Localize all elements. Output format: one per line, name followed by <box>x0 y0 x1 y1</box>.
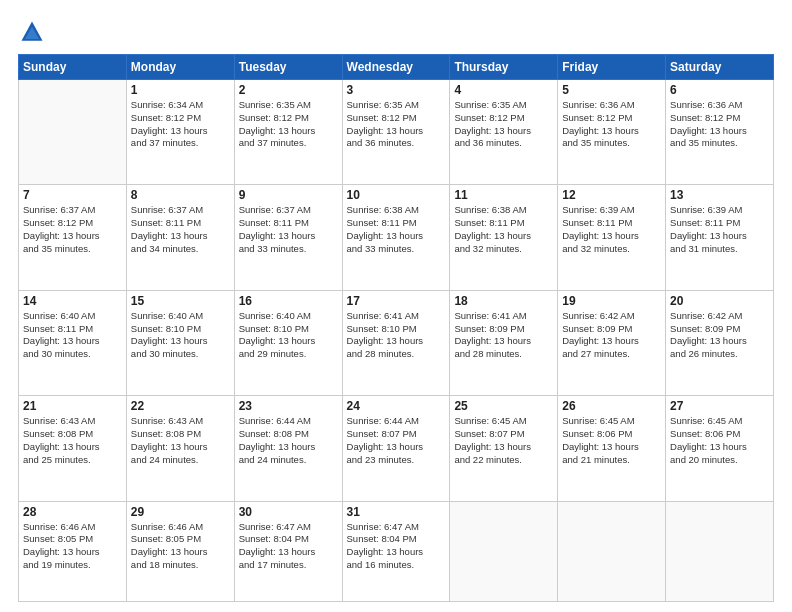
day-number: 2 <box>239 83 338 97</box>
day-number: 23 <box>239 399 338 413</box>
day-info: Sunrise: 6:34 AMSunset: 8:12 PMDaylight:… <box>131 99 230 150</box>
day-number: 3 <box>347 83 446 97</box>
day-info: Sunrise: 6:44 AMSunset: 8:08 PMDaylight:… <box>239 415 338 466</box>
calendar-cell: 3Sunrise: 6:35 AMSunset: 8:12 PMDaylight… <box>342 80 450 185</box>
day-info: Sunrise: 6:40 AMSunset: 8:10 PMDaylight:… <box>131 310 230 361</box>
calendar-cell: 28Sunrise: 6:46 AMSunset: 8:05 PMDayligh… <box>19 501 127 601</box>
week-row-4: 21Sunrise: 6:43 AMSunset: 8:08 PMDayligh… <box>19 396 774 501</box>
day-number: 13 <box>670 188 769 202</box>
day-info: Sunrise: 6:46 AMSunset: 8:05 PMDaylight:… <box>131 521 230 572</box>
calendar-cell: 2Sunrise: 6:35 AMSunset: 8:12 PMDaylight… <box>234 80 342 185</box>
weekday-header-row: SundayMondayTuesdayWednesdayThursdayFrid… <box>19 55 774 80</box>
day-info: Sunrise: 6:40 AMSunset: 8:11 PMDaylight:… <box>23 310 122 361</box>
calendar-cell: 20Sunrise: 6:42 AMSunset: 8:09 PMDayligh… <box>666 290 774 395</box>
calendar-cell: 10Sunrise: 6:38 AMSunset: 8:11 PMDayligh… <box>342 185 450 290</box>
day-number: 1 <box>131 83 230 97</box>
day-info: Sunrise: 6:47 AMSunset: 8:04 PMDaylight:… <box>347 521 446 572</box>
day-info: Sunrise: 6:35 AMSunset: 8:12 PMDaylight:… <box>454 99 553 150</box>
calendar-cell: 18Sunrise: 6:41 AMSunset: 8:09 PMDayligh… <box>450 290 558 395</box>
day-number: 9 <box>239 188 338 202</box>
day-info: Sunrise: 6:36 AMSunset: 8:12 PMDaylight:… <box>562 99 661 150</box>
day-number: 4 <box>454 83 553 97</box>
day-number: 14 <box>23 294 122 308</box>
day-number: 8 <box>131 188 230 202</box>
day-number: 28 <box>23 505 122 519</box>
day-info: Sunrise: 6:45 AMSunset: 8:06 PMDaylight:… <box>670 415 769 466</box>
day-info: Sunrise: 6:44 AMSunset: 8:07 PMDaylight:… <box>347 415 446 466</box>
day-info: Sunrise: 6:47 AMSunset: 8:04 PMDaylight:… <box>239 521 338 572</box>
day-info: Sunrise: 6:41 AMSunset: 8:09 PMDaylight:… <box>454 310 553 361</box>
week-row-3: 14Sunrise: 6:40 AMSunset: 8:11 PMDayligh… <box>19 290 774 395</box>
day-info: Sunrise: 6:38 AMSunset: 8:11 PMDaylight:… <box>454 204 553 255</box>
day-info: Sunrise: 6:42 AMSunset: 8:09 PMDaylight:… <box>670 310 769 361</box>
day-info: Sunrise: 6:37 AMSunset: 8:11 PMDaylight:… <box>239 204 338 255</box>
weekday-header-friday: Friday <box>558 55 666 80</box>
day-number: 21 <box>23 399 122 413</box>
day-info: Sunrise: 6:35 AMSunset: 8:12 PMDaylight:… <box>239 99 338 150</box>
calendar-cell: 6Sunrise: 6:36 AMSunset: 8:12 PMDaylight… <box>666 80 774 185</box>
week-row-2: 7Sunrise: 6:37 AMSunset: 8:12 PMDaylight… <box>19 185 774 290</box>
calendar-cell: 5Sunrise: 6:36 AMSunset: 8:12 PMDaylight… <box>558 80 666 185</box>
calendar-cell: 25Sunrise: 6:45 AMSunset: 8:07 PMDayligh… <box>450 396 558 501</box>
day-info: Sunrise: 6:38 AMSunset: 8:11 PMDaylight:… <box>347 204 446 255</box>
day-number: 19 <box>562 294 661 308</box>
day-number: 18 <box>454 294 553 308</box>
day-info: Sunrise: 6:36 AMSunset: 8:12 PMDaylight:… <box>670 99 769 150</box>
day-info: Sunrise: 6:46 AMSunset: 8:05 PMDaylight:… <box>23 521 122 572</box>
calendar-cell: 16Sunrise: 6:40 AMSunset: 8:10 PMDayligh… <box>234 290 342 395</box>
day-number: 25 <box>454 399 553 413</box>
calendar-cell: 1Sunrise: 6:34 AMSunset: 8:12 PMDaylight… <box>126 80 234 185</box>
day-info: Sunrise: 6:43 AMSunset: 8:08 PMDaylight:… <box>23 415 122 466</box>
calendar-cell: 7Sunrise: 6:37 AMSunset: 8:12 PMDaylight… <box>19 185 127 290</box>
day-number: 31 <box>347 505 446 519</box>
calendar-cell: 13Sunrise: 6:39 AMSunset: 8:11 PMDayligh… <box>666 185 774 290</box>
calendar-cell: 8Sunrise: 6:37 AMSunset: 8:11 PMDaylight… <box>126 185 234 290</box>
day-number: 16 <box>239 294 338 308</box>
day-number: 29 <box>131 505 230 519</box>
day-info: Sunrise: 6:43 AMSunset: 8:08 PMDaylight:… <box>131 415 230 466</box>
weekday-header-tuesday: Tuesday <box>234 55 342 80</box>
calendar-cell <box>450 501 558 601</box>
day-info: Sunrise: 6:39 AMSunset: 8:11 PMDaylight:… <box>670 204 769 255</box>
day-number: 10 <box>347 188 446 202</box>
calendar-cell: 22Sunrise: 6:43 AMSunset: 8:08 PMDayligh… <box>126 396 234 501</box>
week-row-5: 28Sunrise: 6:46 AMSunset: 8:05 PMDayligh… <box>19 501 774 601</box>
day-number: 26 <box>562 399 661 413</box>
day-number: 6 <box>670 83 769 97</box>
day-number: 7 <box>23 188 122 202</box>
weekday-header-wednesday: Wednesday <box>342 55 450 80</box>
day-number: 24 <box>347 399 446 413</box>
day-number: 5 <box>562 83 661 97</box>
day-info: Sunrise: 6:45 AMSunset: 8:07 PMDaylight:… <box>454 415 553 466</box>
day-number: 15 <box>131 294 230 308</box>
day-number: 17 <box>347 294 446 308</box>
day-info: Sunrise: 6:45 AMSunset: 8:06 PMDaylight:… <box>562 415 661 466</box>
weekday-header-saturday: Saturday <box>666 55 774 80</box>
calendar-cell: 19Sunrise: 6:42 AMSunset: 8:09 PMDayligh… <box>558 290 666 395</box>
day-info: Sunrise: 6:39 AMSunset: 8:11 PMDaylight:… <box>562 204 661 255</box>
calendar-table: SundayMondayTuesdayWednesdayThursdayFrid… <box>18 54 774 602</box>
calendar-cell: 12Sunrise: 6:39 AMSunset: 8:11 PMDayligh… <box>558 185 666 290</box>
day-info: Sunrise: 6:40 AMSunset: 8:10 PMDaylight:… <box>239 310 338 361</box>
day-info: Sunrise: 6:37 AMSunset: 8:11 PMDaylight:… <box>131 204 230 255</box>
weekday-header-thursday: Thursday <box>450 55 558 80</box>
calendar-cell <box>19 80 127 185</box>
day-number: 20 <box>670 294 769 308</box>
logo <box>18 18 50 46</box>
weekday-header-sunday: Sunday <box>19 55 127 80</box>
calendar-cell: 4Sunrise: 6:35 AMSunset: 8:12 PMDaylight… <box>450 80 558 185</box>
calendar-cell: 11Sunrise: 6:38 AMSunset: 8:11 PMDayligh… <box>450 185 558 290</box>
week-row-1: 1Sunrise: 6:34 AMSunset: 8:12 PMDaylight… <box>19 80 774 185</box>
calendar-cell: 17Sunrise: 6:41 AMSunset: 8:10 PMDayligh… <box>342 290 450 395</box>
calendar-cell: 14Sunrise: 6:40 AMSunset: 8:11 PMDayligh… <box>19 290 127 395</box>
day-number: 11 <box>454 188 553 202</box>
calendar-cell: 26Sunrise: 6:45 AMSunset: 8:06 PMDayligh… <box>558 396 666 501</box>
calendar-cell: 21Sunrise: 6:43 AMSunset: 8:08 PMDayligh… <box>19 396 127 501</box>
calendar-cell: 27Sunrise: 6:45 AMSunset: 8:06 PMDayligh… <box>666 396 774 501</box>
page: SundayMondayTuesdayWednesdayThursdayFrid… <box>0 0 792 612</box>
weekday-header-monday: Monday <box>126 55 234 80</box>
day-number: 12 <box>562 188 661 202</box>
calendar-cell: 30Sunrise: 6:47 AMSunset: 8:04 PMDayligh… <box>234 501 342 601</box>
calendar-cell: 29Sunrise: 6:46 AMSunset: 8:05 PMDayligh… <box>126 501 234 601</box>
day-info: Sunrise: 6:42 AMSunset: 8:09 PMDaylight:… <box>562 310 661 361</box>
